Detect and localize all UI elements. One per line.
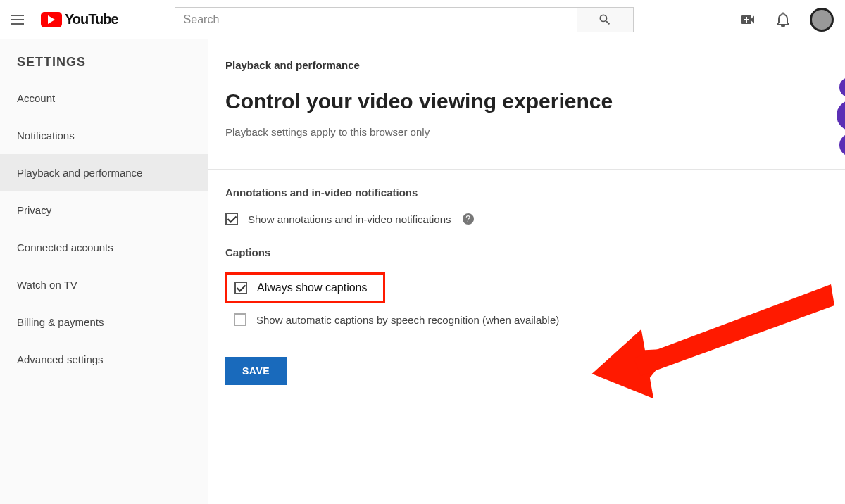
divider [208, 169, 845, 170]
svg-marker-1 [634, 284, 834, 376]
annotation-arrow [592, 277, 845, 421]
svg-point-4 [839, 134, 845, 155]
notifications-icon[interactable] [775, 11, 791, 28]
search-input[interactable] [175, 7, 577, 32]
sidebar-item-notifications[interactable]: Notifications [0, 117, 208, 154]
always-captions-checkbox[interactable] [234, 282, 247, 294]
svg-point-2 [839, 77, 845, 97]
youtube-logo-icon [41, 12, 62, 27]
hamburger-menu-icon[interactable] [11, 11, 28, 28]
auto-captions-checkbox[interactable] [234, 313, 246, 326]
decorative-blob [828, 77, 845, 155]
page-subtext: Playback settings apply to this browser … [225, 126, 845, 138]
search-button[interactable] [577, 7, 634, 32]
annotations-title: Annotations and in-video notifications [225, 187, 845, 199]
header: YouTube [0, 0, 845, 39]
sidebar-item-playback[interactable]: Playback and performance [0, 154, 208, 191]
sidebar-item-billing[interactable]: Billing & payments [0, 303, 208, 341]
always-captions-label: Always show captions [257, 282, 368, 294]
page-heading: Control your video viewing experience [225, 89, 845, 113]
annotations-checkbox-row: Show annotations and in-video notificati… [225, 213, 845, 225]
sidebar: SETTINGS Account Notifications Playback … [0, 39, 208, 504]
annotations-label: Show annotations and in-video notificati… [248, 213, 451, 225]
sidebar-item-advanced[interactable]: Advanced settings [0, 341, 208, 378]
youtube-logo[interactable]: YouTube [41, 11, 118, 27]
svg-marker-0 [592, 325, 681, 408]
sidebar-item-connected-accounts[interactable]: Connected accounts [0, 229, 208, 266]
youtube-logo-text: YouTube [65, 11, 118, 27]
auto-captions-label: Show automatic captions by speech recogn… [256, 314, 559, 326]
search-icon [598, 13, 612, 27]
main-content: Playback and performance Control your vi… [208, 39, 845, 504]
help-icon[interactable]: ? [463, 213, 474, 225]
annotations-checkbox[interactable] [225, 213, 238, 225]
sidebar-title: SETTINGS [0, 55, 208, 80]
search-bar [175, 7, 634, 32]
header-actions [739, 8, 834, 32]
section-label: Playback and performance [225, 59, 845, 71]
svg-point-3 [837, 100, 845, 131]
create-video-icon[interactable] [739, 11, 756, 28]
sidebar-item-privacy[interactable]: Privacy [0, 191, 208, 229]
sidebar-item-watch-on-tv[interactable]: Watch on TV [0, 266, 208, 303]
sidebar-item-account[interactable]: Account [0, 80, 208, 117]
save-button[interactable]: SAVE [225, 357, 287, 385]
captions-title: Captions [225, 246, 845, 258]
profile-avatar[interactable] [810, 8, 834, 32]
always-captions-highlight: Always show captions [225, 272, 385, 303]
